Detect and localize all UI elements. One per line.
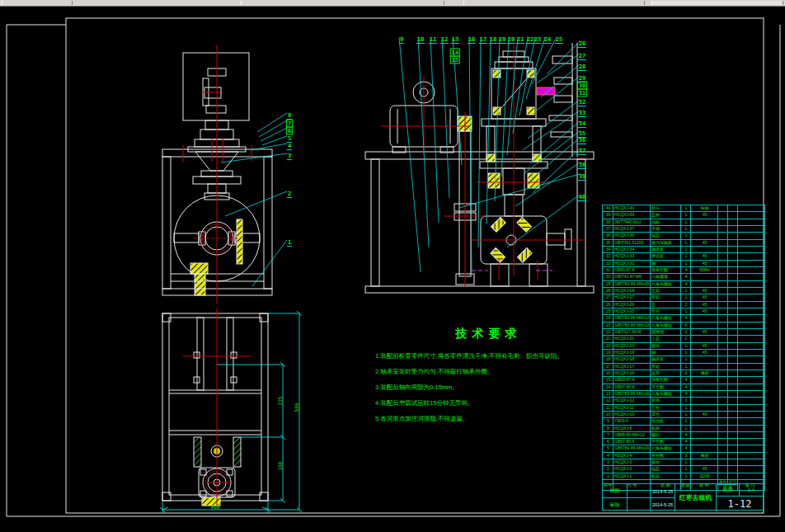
parts-cell-name: 手柄 (651, 226, 681, 232)
cad-canvas[interactable]: 9101112131617181920212223242514152627282… (0, 7, 785, 532)
parts-table: 40HCQXJ-40料斗1铸钢39HCQXJ-39盖板14538JB/T7940… (602, 205, 765, 491)
parts-cell-note (738, 466, 763, 472)
parts-cell-note (738, 288, 763, 294)
parts-cell-note (738, 377, 763, 383)
parts-cell-qty: 6 (681, 322, 691, 328)
parts-cell-name: 盖板 (651, 212, 681, 218)
parts-cell-code: GB/T41-87 M8 (613, 274, 651, 280)
app-toolbar[interactable] (0, 0, 785, 7)
parts-cell-code: GB97-85 8 (613, 384, 651, 390)
parts-cell-name: 锥齿轮 (651, 253, 681, 259)
parts-cell-w2 (728, 281, 738, 287)
parts-cell-name: 套筒 (651, 398, 681, 403)
parts-cell-name: 六角头螺栓 (651, 315, 681, 321)
parts-cell-note (738, 261, 763, 266)
parts-cell-code: HCQXJ-10 (613, 412, 651, 417)
parts-cell-name: 料斗 (651, 205, 681, 211)
tech-requirement-item: 1.装配前检查零件尺寸,将各零件清洗干净,不得有毛刺、损伤等缺陷。 (375, 353, 602, 360)
parts-cell-w2 (728, 294, 738, 300)
parts-cell-name: 皮带 (651, 370, 681, 376)
parts-cell-w1 (718, 377, 728, 383)
parts-cell-qty: 1 (681, 261, 691, 266)
parts-cell-mat (691, 426, 718, 431)
parts-cell-mat (691, 315, 718, 321)
parts-cell-w1 (718, 205, 728, 211)
callout-17: 17 (479, 36, 487, 44)
parts-cell-code: HCQXJ-20 (613, 343, 651, 349)
parts-cell-name: 圆锥销 (651, 329, 681, 335)
parts-cell-w1 (718, 473, 728, 479)
parts-cell-w1 (718, 308, 728, 314)
parts-cell-name: 六角头螺栓 (651, 391, 681, 397)
parts-cell-qty: 1 (681, 240, 691, 246)
parts-cell-mat: 45 (691, 350, 718, 355)
parts-cell-w1 (718, 322, 728, 328)
parts-cell-qty: 4 (681, 377, 691, 383)
parts-cell-no: 38 (603, 219, 613, 225)
parts-cell-mat: Q235 (691, 473, 718, 479)
parts-table-row: 3HCQXJ-3罐体1 (603, 459, 764, 466)
parts-cell-code: HCQXJ-37 (613, 226, 651, 232)
parts-table-row: 9Y90S-4电动机1 (603, 418, 764, 425)
parts-cell-code: GB85-85 M6×12 (613, 432, 651, 438)
parts-cell-qty: 1 (681, 466, 691, 472)
parts-cell-mat: 65Mn (691, 267, 718, 273)
parts-cell-note (738, 405, 763, 411)
parts-cell-note (738, 391, 763, 397)
parts-cell-no: 14 (603, 384, 613, 390)
parts-cell-qty: 1 (681, 212, 691, 218)
parts-cell-name: 推力球轴承 (651, 240, 681, 246)
parts-cell-mat: 铸钢 (691, 205, 718, 211)
parts-cell-note (738, 426, 763, 431)
parts-table-row: 40HCQXJ-40料斗1铸钢 (603, 205, 764, 212)
parts-cell-no: 8 (603, 426, 613, 431)
callout-27: 27 (578, 53, 586, 60)
callout-19: 19 (498, 36, 506, 44)
parts-cell-mat: 45 (691, 261, 718, 266)
callout-1: 1 (287, 239, 292, 247)
parts-cell-code: HCQXJ-36 (613, 233, 651, 238)
parts-cell-qty: 1 (681, 247, 691, 252)
parts-cell-qty: 1 (681, 356, 691, 362)
callout-6: 6 (286, 127, 293, 135)
parts-cell-mat (691, 398, 718, 403)
parts-cell-w1 (718, 418, 728, 424)
parts-cell-note (738, 329, 763, 335)
parts-cell-w1 (718, 302, 728, 308)
parts-cell-no: 1 (603, 473, 613, 479)
parts-cell-qty: 1 (681, 412, 691, 417)
callout-5: 5 (287, 135, 292, 143)
parts-cell-no: 39 (603, 212, 613, 218)
parts-cell-w1 (718, 253, 728, 259)
parts-cell-w1 (718, 398, 728, 403)
parts-cell-w2 (728, 432, 738, 438)
parts-table-row: 24GB5782-86 M8×120六角头螺栓4 (603, 315, 764, 322)
parts-cell-w2 (728, 302, 738, 308)
parts-cell-name: 平垫圈 (651, 384, 681, 390)
parts-cell-name: 上盖 (651, 336, 681, 341)
callout-28: 28 (578, 64, 586, 71)
parts-cell-mat (691, 445, 718, 451)
parts-cell-no: 9 (603, 418, 613, 424)
callout-23: 23 (534, 36, 542, 44)
parts-cell-qty: 4 (681, 391, 691, 397)
parts-cell-code: GB5782-86 M8×100 (613, 322, 651, 328)
parts-cell-mat: 45 (691, 253, 718, 259)
parts-cell-mat (691, 384, 718, 390)
parts-cell-mat (691, 439, 718, 445)
parts-table-row: 6GB97-85 6平垫圈4 (603, 439, 764, 445)
callout-39: 39 (578, 173, 586, 181)
parts-cell-w2 (728, 226, 738, 232)
parts-cell-w2 (728, 384, 738, 390)
parts-cell-no: 25 (603, 308, 613, 314)
parts-cell-mat: 45 (691, 308, 718, 314)
parts-cell-w1 (718, 445, 728, 451)
parts-cell-note (738, 267, 763, 273)
parts-cell-w1 (718, 294, 728, 300)
parts-cell-no: 20 (603, 343, 613, 349)
parts-cell-note (738, 281, 763, 287)
parts-cell-name: 螺钉 (651, 432, 681, 438)
parts-cell-no: 22 (603, 329, 613, 335)
parts-table-row: 2HCQXJ-2端盖145 (603, 466, 764, 473)
checked-by-label: 审核 (603, 498, 628, 511)
